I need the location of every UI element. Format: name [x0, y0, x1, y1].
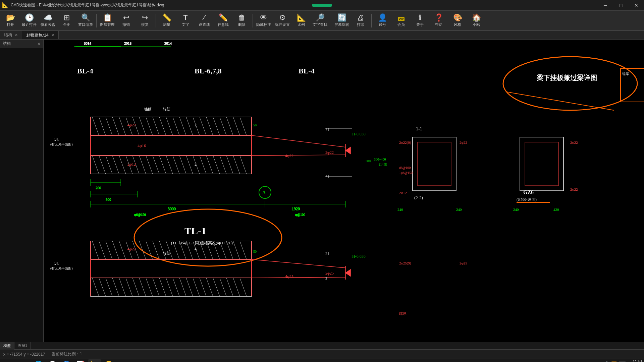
- svg-text:GZ6: GZ6: [523, 189, 534, 195]
- left-panel: 结构 ✕: [0, 40, 44, 342]
- word-icon: 📝: [76, 360, 85, 362]
- toolbar-btn-station[interactable]: 🏠小站: [467, 12, 485, 30]
- coordinates: x = -71554 y = -322617: [3, 352, 45, 357]
- cad-canvas[interactable]: 3014 2018 3014 BL-4 BL-6,7,8 BL-4 梁下挂板兼过…: [44, 40, 644, 342]
- svg-text:2φ22: 2φ22: [460, 140, 467, 144]
- text-icon: T: [183, 14, 187, 21]
- title-left: 📐 CAD快速看图 - E:\毕业设计\永兴镇龙景华庭1号楼-zyc\永兴镇龙景…: [0, 2, 164, 8]
- taskbar-clock[interactable]: 11:51 2021/4/8: [628, 359, 643, 362]
- winzoom-label: 窗口缩放: [78, 22, 93, 27]
- cloud-icon: ☁️: [44, 14, 53, 21]
- recent-label: 最近打开: [22, 22, 37, 27]
- app-icon: 📐: [2, 2, 9, 8]
- maximize-button[interactable]: □: [613, 0, 629, 11]
- toolbar-btn-vip[interactable]: VIP会员: [392, 12, 410, 30]
- svg-text:240: 240: [513, 207, 519, 212]
- start-button[interactable]: ⊞: [1, 359, 16, 362]
- taskbar-app-browser[interactable]: 🔵: [60, 359, 73, 362]
- layout1-tab[interactable]: 布局1: [14, 342, 31, 350]
- svg-text:2φ22: 2φ22: [570, 187, 578, 191]
- window-title: CAD快速看图 - E:\毕业设计\永兴镇龙景华庭1号楼-zyc\永兴镇龙景华庭…: [11, 2, 164, 8]
- taskbar-app-wechat[interactable]: 💬: [46, 359, 59, 362]
- textsearch-label: 文字查找: [313, 22, 327, 27]
- svg-text:(有无见平面图): (有无见平面图): [50, 142, 73, 146]
- model-tab[interactable]: 模型: [0, 342, 14, 350]
- taskbar-app-cad[interactable]: 📐: [88, 359, 101, 362]
- minimize-button[interactable]: ─: [598, 0, 613, 11]
- svg-text:2018: 2018: [124, 41, 132, 45]
- toolbar-btn-help[interactable]: ❓帮助: [430, 12, 448, 30]
- toolbar-btn-account[interactable]: 👤账号: [373, 12, 391, 30]
- tab-floor14[interactable]: 1#楼建施r14✕: [22, 31, 59, 39]
- toolbar-btn-measure[interactable]: 📏测量: [158, 12, 176, 30]
- about-label: 关于: [416, 22, 424, 27]
- toolbar-btn-fullview[interactable]: ⊞全图: [58, 12, 76, 30]
- toolbar-btn-print[interactable]: 🖨打印: [352, 12, 370, 30]
- tab-close-struct[interactable]: ✕: [15, 33, 18, 37]
- svg-text:500: 500: [106, 197, 111, 201]
- toolbar-btn-layers[interactable]: 📋图层管理: [98, 12, 116, 30]
- textsearch-icon: 🔎: [316, 14, 325, 21]
- toolbar-btn-text[interactable]: T文字: [176, 12, 195, 30]
- undo-icon: ↩: [123, 14, 129, 21]
- toolbar-btn-markset[interactable]: ⚙标注设置: [273, 12, 291, 30]
- markset-icon: ⚙: [279, 14, 286, 21]
- rotate-icon: 🔄: [337, 14, 346, 21]
- svg-text:420: 420: [553, 207, 559, 212]
- svg-text:H-0.030: H-0.030: [352, 132, 366, 136]
- redo-label: 恢复: [141, 22, 149, 27]
- station-label: 小站: [473, 22, 480, 27]
- toolbar-btn-recent[interactable]: 🕒最近打开: [20, 12, 38, 30]
- toolbar-btn-about[interactable]: ℹ关于: [411, 12, 429, 30]
- cloud-label: 快看云盘: [41, 22, 55, 27]
- toolbar-btn-rotate[interactable]: 🔄屏幕旋转: [333, 12, 351, 30]
- taskbar-app-misc[interactable]: 😀: [102, 359, 115, 362]
- layers-icon: 📋: [103, 14, 112, 21]
- toolbar-separator: [156, 14, 156, 27]
- tab-struct[interactable]: 结构✕: [0, 31, 22, 39]
- toolbar-btn-hidemarks[interactable]: 👁隐藏标注: [255, 12, 273, 30]
- svg-text:50: 50: [253, 123, 257, 127]
- toolbar-separator: [253, 14, 253, 27]
- taskbar-app-word[interactable]: 📝: [74, 359, 87, 362]
- toolbar-btn-redo[interactable]: ↪恢复: [136, 12, 154, 30]
- tab-bar: 结构✕1#楼建施r14✕: [0, 31, 644, 40]
- toolbar-btn-winzoom[interactable]: 🔍窗口缩放: [76, 12, 95, 30]
- close-button[interactable]: ✕: [629, 0, 644, 11]
- svg-text:φ@100: φ@100: [295, 213, 305, 217]
- toolbar-btn-undo[interactable]: ↩撤销: [117, 12, 135, 30]
- toolbar-btn-line[interactable]: ∕画直线: [195, 12, 213, 30]
- open-label: 打开: [7, 22, 14, 27]
- toolbar-btn-freeline[interactable]: ✏️任意线: [214, 12, 232, 30]
- toolbar-btn-textsearch[interactable]: 🔎文字查找: [311, 12, 329, 30]
- left-panel-title: 结构: [3, 41, 11, 47]
- undo-label: 撤销: [122, 22, 130, 27]
- tab-close-floor14[interactable]: ✕: [51, 33, 54, 38]
- svg-text:3: 3: [325, 276, 327, 280]
- toolbar-btn-cloud[interactable]: ☁️快看云盘: [39, 12, 57, 30]
- toolbar-btn-scale[interactable]: 📐比例: [292, 12, 310, 30]
- toolbar-btn-open[interactable]: 📂打开: [1, 12, 19, 30]
- toolbar-separator: [331, 14, 331, 27]
- print-icon: 🖨: [357, 14, 364, 21]
- taskbar-app-explorer[interactable]: 📁: [17, 359, 31, 362]
- scale-icon: 📐: [297, 14, 306, 21]
- fullview-label: 全图: [63, 22, 70, 27]
- scale-info: 当前标注比例：1: [52, 351, 82, 357]
- toolbar-btn-delete[interactable]: 🗑删除: [233, 12, 251, 30]
- style-icon: 🎨: [453, 14, 462, 21]
- winzoom-icon: 🔍: [81, 14, 90, 21]
- redo-icon: ↪: [142, 14, 148, 21]
- svg-text:4: 4: [195, 247, 197, 251]
- svg-text:端厚: 端厚: [399, 311, 407, 315]
- svg-text:4φ25: 4φ25: [285, 274, 293, 279]
- line-icon: ∕: [204, 14, 205, 21]
- toolbar-btn-style[interactable]: 🎨风格: [448, 12, 467, 30]
- svg-text:1-1: 1-1: [416, 126, 422, 131]
- style-label: 风格: [454, 22, 461, 27]
- svg-text:2φ25: 2φ25: [325, 271, 334, 276]
- svg-text:300~400: 300~400: [374, 158, 386, 161]
- svg-text:1  |: 1 |: [325, 174, 329, 178]
- taskbar-app-edge[interactable]: 🌐: [32, 359, 45, 362]
- left-panel-close[interactable]: ✕: [37, 42, 41, 46]
